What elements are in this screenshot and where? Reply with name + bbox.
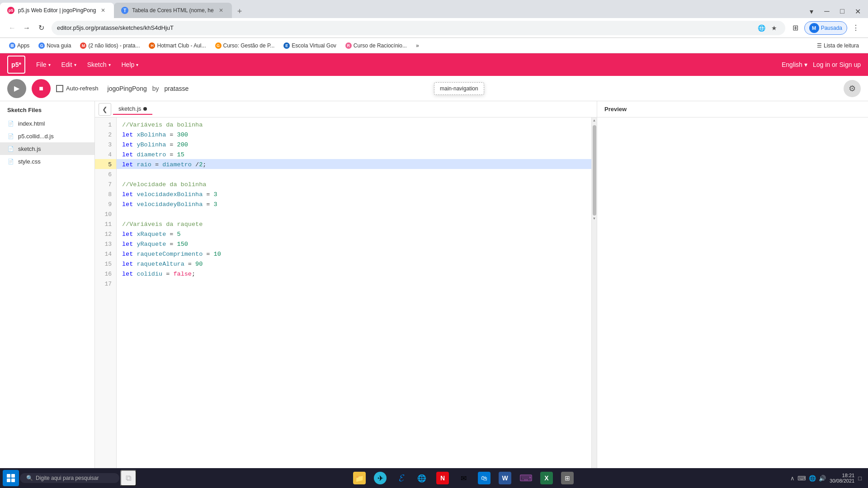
chevron-up-icon[interactable]: ∧ xyxy=(790,475,795,482)
code-area[interactable]: //Variáveis da bolinha let xBolinha = 30… xyxy=(117,117,591,470)
play-button[interactable]: ▶ xyxy=(7,79,26,98)
taskbar-app-word[interactable]: W xyxy=(495,468,515,488)
code-line-15[interactable]: let raqueteAltura = 90 xyxy=(117,258,591,268)
settings-button[interactable]: ⚙ xyxy=(844,80,861,97)
task-view-button[interactable]: ⧉ xyxy=(120,470,137,486)
taskbar-app-store[interactable]: 🛍 xyxy=(474,468,494,488)
code-line-16[interactable]: let colidiu = false; xyxy=(117,268,591,278)
language-button[interactable]: English ▾ xyxy=(782,61,807,68)
bookmark-gestao[interactable]: G Curso: Gestão de P... xyxy=(212,41,278,50)
code-line-8[interactable]: let velocidadexBolinha = 3 xyxy=(117,189,591,199)
auto-refresh-label[interactable]: Auto-refresh xyxy=(56,85,99,92)
extensions-icon[interactable]: ⊞ xyxy=(789,21,802,35)
bookmark-lista[interactable]: ☰ Lista de leitura xyxy=(813,41,863,50)
bookmark-gmail[interactable]: M (2 não lidos) - prata... xyxy=(76,41,143,50)
minimize-button[interactable]: ─ xyxy=(820,5,834,18)
browser-actions: ⊞ M Pausada ⋮ xyxy=(789,21,863,35)
menu-edit[interactable]: Edit ▾ xyxy=(56,53,82,76)
tab-p5[interactable]: p5 p5.js Web Editor | jogoPingPong ✕ xyxy=(0,3,114,18)
taskbar-app-telegram[interactable]: ✈ xyxy=(370,468,390,488)
p5-logo: p5* xyxy=(7,56,25,74)
header-right: English ▾ Log in or Sign up xyxy=(782,61,861,68)
bookmark-more[interactable]: » xyxy=(412,41,423,50)
code-line-6[interactable] xyxy=(117,169,591,179)
taskbar-app-netflix[interactable]: N xyxy=(433,468,453,488)
collapse-sidebar-button[interactable]: ❮ xyxy=(99,103,111,116)
code-line-10[interactable] xyxy=(117,209,591,219)
code-line-4[interactable]: let diametro = 15 xyxy=(117,149,591,159)
editor-tab-sketch[interactable]: sketch.js xyxy=(113,103,152,115)
bookmark-escola[interactable]: E Escola Virtual Gov xyxy=(280,41,340,50)
code-line-2[interactable]: let xBolinha = 300 xyxy=(117,129,591,139)
browser-menu-icon[interactable]: ⋮ xyxy=(849,21,863,35)
network-icon[interactable]: 🌐 xyxy=(809,475,816,482)
scroll-down-arrow[interactable]: ▼ xyxy=(593,216,595,221)
maximize-button[interactable]: □ xyxy=(835,5,849,18)
volume-icon[interactable]: 🔊 xyxy=(819,475,826,482)
code-line-17[interactable] xyxy=(117,278,591,288)
menu-sketch[interactable]: Sketch ▾ xyxy=(82,53,116,76)
menu-file[interactable]: File ▾ xyxy=(31,53,56,76)
menu-help[interactable]: Help ▾ xyxy=(116,53,144,76)
auth-or: or xyxy=(832,61,837,68)
file-item-sketch[interactable]: 📄 sketch.js xyxy=(0,142,94,155)
reload-button[interactable]: ↻ xyxy=(34,21,48,35)
bookmark-nova[interactable]: G Nova guia xyxy=(35,41,75,50)
code-line-5[interactable]: let raio = diametro /2; xyxy=(117,159,591,169)
signup-link[interactable]: Sign up xyxy=(840,61,861,68)
editor-scrollbar[interactable]: ▲ ▼ xyxy=(591,117,597,470)
bookmark-icon[interactable]: ★ xyxy=(769,23,780,33)
code-line-13[interactable]: let yRaquete = 150 xyxy=(117,239,591,249)
tab-close-p5[interactable]: ✕ xyxy=(99,7,107,14)
file-icon-index: 📄 xyxy=(7,120,14,127)
taskbar-app-chrome[interactable]: 🌐 xyxy=(412,468,432,488)
taskbar: 🔍 Digite aqui para pesquisar ⧉ 📁 ✈ 𝓔 🌐 N… xyxy=(0,468,868,488)
tab-table[interactable]: T Tabela de Cores HTML (nome, he ✕ xyxy=(114,3,231,18)
toolbar: ▶ ■ Auto-refresh jogoPingPong by pratass… xyxy=(0,76,868,101)
translate-icon[interactable]: 🌐 xyxy=(756,23,767,33)
new-tab-button[interactable]: + xyxy=(232,5,248,18)
taskbar-start-button[interactable] xyxy=(3,470,19,486)
taskbar-app-excel[interactable]: X xyxy=(537,468,557,488)
tab-close-table[interactable]: ✕ xyxy=(217,7,225,14)
file-item-style[interactable]: 📄 style.css xyxy=(0,155,94,168)
taskbar-search[interactable]: 🔍 Digite aqui para pesquisar xyxy=(20,473,119,483)
auto-refresh-checkbox[interactable] xyxy=(56,85,63,92)
login-link[interactable]: Log in xyxy=(813,61,830,68)
menu-help-label: Help xyxy=(122,61,135,68)
scroll-up-arrow[interactable]: ▲ xyxy=(593,118,595,122)
taskbar-apps: 📁 ✈ 𝓔 🌐 N ✉ 🛍 W ⌨ X ⊞ xyxy=(137,468,789,488)
code-line-7[interactable]: //Velocidade da bolinha xyxy=(117,179,591,189)
code-line-11[interactable]: //Variáveis da raquete xyxy=(117,219,591,229)
taskbar-app-edge[interactable]: 𝓔 xyxy=(391,468,411,488)
code-line-1[interactable]: //Variáveis da bolinha xyxy=(117,119,591,129)
code-line-9[interactable]: let velocidadeyBolinha = 3 xyxy=(117,199,591,209)
svg-rect-2 xyxy=(7,479,10,482)
file-item-index[interactable]: 📄 index.html xyxy=(0,117,94,130)
taskbar-clock[interactable]: 18:21 30/08/2021 xyxy=(830,473,854,483)
tab-ctrl-dropdown[interactable]: ▾ xyxy=(805,5,818,18)
code-line-14[interactable]: let raqueteComprimento = 10 xyxy=(117,249,591,258)
taskbar-app-vs[interactable]: ⌨ xyxy=(516,468,536,488)
code-line-12[interactable]: let xRaquete = 5 xyxy=(117,229,591,239)
back-button[interactable]: ← xyxy=(5,21,19,35)
keyboard-icon[interactable]: ⌨ xyxy=(797,475,806,482)
editor-content[interactable]: 1 2 3 4 5 6 7 8 9 10 11 12 13 14 15 16 1 xyxy=(95,117,597,470)
profile-button[interactable]: M Pausada xyxy=(804,21,847,35)
scroll-thumb[interactable] xyxy=(593,125,596,216)
forward-button[interactable]: → xyxy=(20,21,33,35)
close-button[interactable]: ✕ xyxy=(851,5,864,18)
notification-icon[interactable]: □ xyxy=(858,475,862,482)
taskbar-app-extra[interactable]: ⊞ xyxy=(557,468,577,488)
file-name-index: index.html xyxy=(18,120,87,127)
bookmark-apps[interactable]: ⊞ Apps xyxy=(5,41,33,50)
url-bar[interactable]: editor.p5js.org/pratasse/sketches/khS4dH… xyxy=(52,21,785,35)
code-line-3[interactable]: let yBolinha = 200 xyxy=(117,139,591,149)
taskbar-app-mail[interactable]: ✉ xyxy=(453,468,473,488)
file-icon-style: 📄 xyxy=(7,158,14,165)
stop-button[interactable]: ■ xyxy=(32,79,51,98)
file-item-p5collide[interactable]: 📄 p5.collid...d.js xyxy=(0,130,94,142)
bookmark-hotmart[interactable]: H Hotmart Club - Aul... xyxy=(145,41,209,50)
bookmark-raciocinio[interactable]: R Curso de Raciocínio... xyxy=(342,41,410,50)
taskbar-app-explorer[interactable]: 📁 xyxy=(349,468,369,488)
